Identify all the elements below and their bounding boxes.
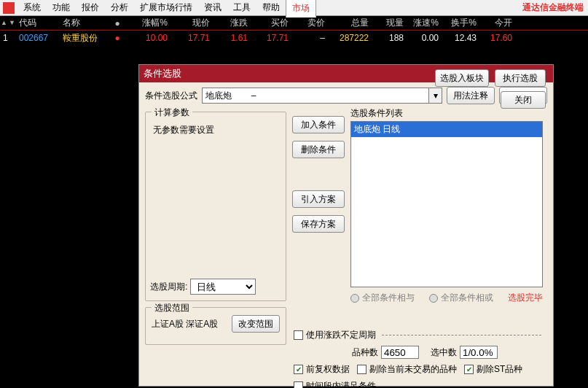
selection-done-label: 选股完毕: [508, 292, 543, 304]
import-scheme-button[interactable]: 引入方案: [292, 190, 345, 208]
cell-now: 188: [372, 33, 407, 43]
col-ask[interactable]: 卖价: [291, 17, 328, 29]
menu-analysis[interactable]: 分析: [105, 0, 134, 16]
add-condition-button[interactable]: 加入条件: [292, 116, 345, 133]
chk-time-range[interactable]: [294, 381, 303, 388]
chk-excl-notrade[interactable]: [357, 365, 366, 374]
radio-any-or[interactable]: 全部条件相或: [429, 292, 493, 304]
chk-excl-st-label: 剔除ST品种: [477, 363, 522, 376]
period-label: 选股周期:: [150, 281, 187, 293]
tab-market[interactable]: 市场: [286, 0, 316, 18]
selected-label: 选中数: [431, 346, 457, 359]
menu-tools[interactable]: 工具: [227, 0, 256, 16]
period-select[interactable]: 日线: [190, 279, 256, 295]
cell-name: 鞍重股份: [60, 32, 111, 44]
col-vol[interactable]: 总量: [328, 17, 372, 29]
formula-combo[interactable]: ▾: [202, 88, 442, 104]
cell-chg: 1.61: [213, 33, 251, 43]
radio-all-label: 全部条件相与: [362, 292, 415, 304]
chk-time-range-label: 时间段内满足条件: [306, 380, 376, 388]
radio-any-label: 全部条件相或: [441, 292, 493, 304]
cell-code: 002667: [16, 33, 60, 43]
col-bid[interactable]: 买价: [251, 17, 291, 29]
col-turn[interactable]: 换手%: [442, 17, 479, 29]
col-pct[interactable]: 涨幅%: [127, 17, 170, 29]
range-group: 选股范围 上证A股 深证A股 改变范围: [145, 307, 286, 345]
cell-pct: 10.00: [127, 33, 170, 43]
cell-vol: 287222: [328, 33, 372, 43]
cell-turn: 12.43: [442, 33, 479, 43]
close-button[interactable]: 关闭: [501, 91, 546, 109]
calc-params-legend: 计算参数: [152, 106, 192, 119]
calc-empty-msg: 无参数需要设置: [152, 120, 280, 136]
cell-price: 17.71: [170, 33, 213, 43]
col-marker: ●: [111, 18, 127, 28]
formula-label: 条件选股公式: [145, 90, 197, 102]
chk-fq-label: 前复权数据: [306, 363, 350, 376]
dialog-title: 条件选股: [144, 67, 181, 80]
chk-use-period-label: 使用涨跌不定周期: [306, 329, 376, 341]
calc-params-group: 计算参数 无参数需要设置 选股周期: 日线: [145, 112, 286, 301]
chk-use-period[interactable]: [294, 330, 303, 340]
change-range-button[interactable]: 改变范围: [232, 315, 280, 333]
menu-help[interactable]: 帮助: [256, 0, 286, 16]
menu-news[interactable]: 资讯: [198, 0, 227, 16]
select-to-block-button[interactable]: 选股入板块: [435, 69, 489, 87]
brand-label: 通达信金融终端: [522, 1, 588, 14]
count-label: 品种数: [352, 346, 378, 359]
chevron-down-icon[interactable]: ▾: [429, 88, 442, 104]
cell-speed: 0.00: [407, 33, 442, 43]
col-open[interactable]: 今开: [479, 17, 515, 29]
menu-quote[interactable]: 报价: [76, 0, 105, 16]
menu-system[interactable]: 系统: [17, 0, 47, 16]
formula-input[interactable]: [202, 88, 429, 104]
col-chg[interactable]: 涨跌: [213, 17, 251, 29]
col-price[interactable]: 现价: [170, 17, 213, 29]
list-item[interactable]: 地底炮 日线: [351, 122, 542, 137]
range-text: 上证A股 深证A股: [152, 318, 218, 330]
chk-excl-st[interactable]: [464, 365, 474, 374]
cell-ask: –: [291, 33, 328, 43]
table-row[interactable]: 1 002667 鞍重股份 ● 10.00 17.71 1.61 17.71 –…: [0, 31, 588, 45]
condition-listbox[interactable]: 地底炮 日线: [350, 121, 543, 287]
app-logo-icon: [3, 2, 15, 14]
chk-excl-notrade-label: 剔除当前未交易的品种: [369, 363, 457, 376]
col-speed[interactable]: 涨速%: [407, 17, 442, 29]
sort-arrows-icon[interactable]: ▲▼: [0, 20, 16, 26]
save-scheme-button[interactable]: 保存方案: [292, 215, 345, 233]
menubar: 系统 功能 报价 分析 扩展市场行情 资讯 工具 帮助 市场 通达信金融终端: [0, 0, 588, 16]
count-value[interactable]: [381, 346, 419, 359]
delete-condition-button[interactable]: 删除条件: [292, 141, 345, 158]
col-now[interactable]: 现量: [372, 17, 407, 29]
menu-function[interactable]: 功能: [47, 0, 76, 16]
selected-value[interactable]: [460, 346, 498, 359]
cell-open: 17.60: [479, 33, 515, 43]
cell-idx: 1: [0, 33, 16, 43]
col-name[interactable]: 名称: [60, 17, 111, 29]
condition-list-label: 选股条件列表: [350, 107, 543, 120]
run-selection-button[interactable]: 执行选股: [495, 69, 546, 87]
usage-button[interactable]: 用法注释: [447, 87, 495, 104]
cell-marker: ●: [111, 33, 127, 43]
radio-all-and[interactable]: 全部条件相与: [350, 292, 415, 304]
chk-fq[interactable]: [294, 365, 303, 374]
grid-header: ▲▼ 代码 名称 ● 涨幅% 现价 涨跌 买价 卖价 总量 现量 涨速% 换手%…: [0, 16, 588, 31]
menu-extended[interactable]: 扩展市场行情: [134, 0, 198, 16]
cell-bid: 17.71: [251, 33, 291, 43]
condition-stock-dialog: 条件选股 — ✕ 条件选股公式 ▾ 用法注释 查看公式 计算参数 无参数需要设置…: [138, 64, 554, 387]
range-legend: 选股范围: [152, 302, 192, 314]
col-code[interactable]: 代码: [16, 17, 60, 29]
